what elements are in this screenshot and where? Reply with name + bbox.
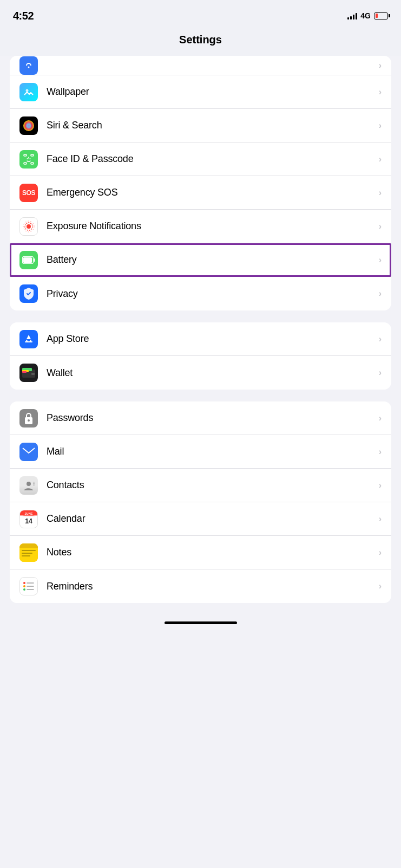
list-item-appstore[interactable]: App Store › xyxy=(10,322,391,356)
list-item-siri[interactable]: Siri & Search › xyxy=(10,109,391,142)
svg-point-45 xyxy=(23,585,25,587)
svg-rect-41 xyxy=(22,553,32,554)
svg-rect-40 xyxy=(22,550,36,551)
svg-point-12 xyxy=(27,224,31,229)
chevron-icon: › xyxy=(379,334,382,344)
svg-rect-7 xyxy=(24,163,27,164)
wallet-icon xyxy=(19,364,38,382)
reminders-icon xyxy=(19,577,38,595)
svg-rect-16 xyxy=(34,258,35,262)
chevron-icon: › xyxy=(379,154,382,164)
svg-point-1 xyxy=(28,66,30,68)
chevron-icon: › xyxy=(379,548,382,558)
list-item-passwords[interactable]: Passwords › xyxy=(10,401,391,435)
svg-rect-28 xyxy=(22,447,35,457)
svg-rect-24 xyxy=(22,371,27,373)
mail-icon xyxy=(19,443,38,461)
svg-rect-6 xyxy=(31,154,34,156)
list-item-notes[interactable]: Notes › xyxy=(10,536,391,569)
chevron-icon: › xyxy=(379,121,382,131)
battery-status-icon xyxy=(374,12,388,20)
list-item-wallpaper[interactable]: Wallpaper › xyxy=(10,75,391,109)
battery-icon xyxy=(19,251,38,269)
chevron-icon: › xyxy=(379,481,382,490)
home-bar xyxy=(165,621,237,624)
signal-bars-icon xyxy=(347,12,357,20)
chevron-icon: › xyxy=(379,289,382,299)
wallpaper-icon xyxy=(19,83,38,101)
list-item-sos[interactable]: SOS Emergency SOS › xyxy=(10,176,391,210)
chevron-icon: › xyxy=(379,61,382,70)
list-item-exposure[interactable]: Exposure Notifications › xyxy=(10,210,391,243)
list-item-privacy[interactable]: Privacy › xyxy=(10,277,391,310)
home-indicator xyxy=(0,615,401,629)
list-item-reminders[interactable]: Reminders › xyxy=(10,569,391,603)
appstore-icon xyxy=(19,330,38,348)
list-item-wallet[interactable]: Wallet › xyxy=(10,356,391,390)
sos-label: Emergency SOS xyxy=(47,187,379,198)
contacts-icon xyxy=(19,476,38,495)
svg-point-46 xyxy=(23,588,25,591)
reminders-label: Reminders xyxy=(47,581,379,592)
svg-point-30 xyxy=(27,482,31,486)
chevron-icon: › xyxy=(379,413,382,423)
settings-section-3: Passwords › Mail › Contacts › xyxy=(10,401,391,603)
list-item-mail[interactable]: Mail › xyxy=(10,435,391,469)
list-item-calendar[interactable]: 14 JUNE Calendar › xyxy=(10,502,391,536)
chevron-icon: › xyxy=(379,514,382,524)
notes-icon xyxy=(19,543,38,562)
mail-label: Mail xyxy=(47,446,379,457)
status-bar: 4:52 4G xyxy=(0,0,401,28)
settings-section-1: › Wallpaper › xyxy=(10,56,391,310)
svg-point-2 xyxy=(26,89,29,92)
wallet-label: Wallet xyxy=(47,367,379,379)
passwords-label: Passwords xyxy=(47,412,379,424)
battery-label: Battery xyxy=(47,254,379,265)
page-title: Settings xyxy=(0,34,401,46)
svg-rect-25 xyxy=(31,373,35,375)
privacy-icon xyxy=(19,284,38,303)
appstore-label: App Store xyxy=(47,333,379,345)
chevron-icon: › xyxy=(379,368,382,378)
svg-point-9 xyxy=(27,158,28,159)
list-item-contacts[interactable]: Contacts › xyxy=(10,469,391,502)
svg-rect-32 xyxy=(33,483,35,484)
privacy-label: Privacy xyxy=(47,288,379,300)
network-type: 4G xyxy=(360,11,371,20)
list-item-battery[interactable]: Battery › xyxy=(10,243,391,277)
svg-text:14: 14 xyxy=(25,517,32,525)
sos-icon: SOS xyxy=(19,184,38,202)
settings-section-2: App Store › Wallet › xyxy=(10,322,391,390)
calendar-icon: 14 JUNE xyxy=(19,510,38,528)
list-item-faceid[interactable]: Face ID & Passcode › xyxy=(10,142,391,176)
chevron-icon: › xyxy=(379,581,382,591)
chevron-icon: › xyxy=(379,255,382,265)
svg-point-44 xyxy=(23,582,25,584)
exposure-label: Exposure Notifications xyxy=(47,221,379,232)
list-item-partial[interactable]: › xyxy=(10,56,391,75)
svg-rect-42 xyxy=(22,555,30,556)
contacts-label: Contacts xyxy=(47,480,379,491)
siri-label: Siri & Search xyxy=(47,120,379,131)
exposure-icon xyxy=(19,217,38,236)
svg-point-27 xyxy=(28,419,30,422)
svg-text:JUNE: JUNE xyxy=(24,512,32,515)
chevron-icon: › xyxy=(379,188,382,198)
page-header: Settings xyxy=(0,28,401,56)
svg-rect-8 xyxy=(31,163,34,164)
chevron-icon: › xyxy=(379,87,382,97)
status-icons: 4G xyxy=(347,11,388,20)
chevron-icon: › xyxy=(379,447,382,457)
svg-point-0 xyxy=(24,61,34,70)
svg-rect-17 xyxy=(23,257,32,263)
status-time: 4:52 xyxy=(13,10,34,22)
faceid-label: Face ID & Passcode xyxy=(47,153,379,165)
notes-label: Notes xyxy=(47,547,379,558)
calendar-label: Calendar xyxy=(47,513,379,524)
siri-icon xyxy=(19,116,38,135)
passwords-icon xyxy=(19,409,38,427)
chevron-icon: › xyxy=(379,222,382,231)
svg-point-4 xyxy=(26,122,31,129)
svg-rect-43 xyxy=(19,543,38,548)
faceid-icon xyxy=(19,150,38,169)
